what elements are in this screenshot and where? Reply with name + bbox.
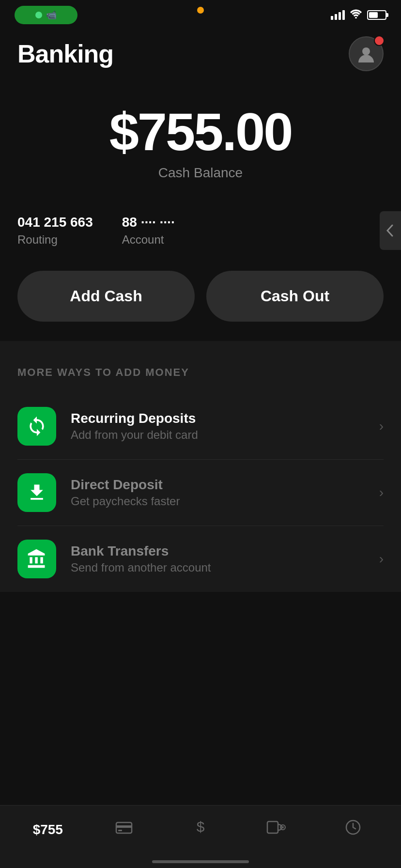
cash-out-button[interactable]: Cash Out — [206, 271, 384, 322]
status-bar: 📹 — [0, 0, 401, 27]
direct-deposit-subtitle: Get paychecks faster — [71, 495, 365, 508]
recurring-deposits-title: Recurring Deposits — [71, 411, 365, 426]
battery-level — [369, 12, 378, 18]
svg-rect-6 — [267, 822, 278, 833]
account-label: Account — [122, 233, 175, 247]
bank-transfers-title: Bank Transfers — [71, 543, 365, 559]
bank-transfers-subtitle: Send from another account — [71, 561, 365, 574]
crypto-icon — [266, 818, 288, 841]
tab-balance[interactable]: $755 — [10, 822, 86, 837]
direct-deposit-text: Direct Deposit Get paychecks faster — [71, 477, 365, 508]
tab-card[interactable] — [86, 818, 163, 841]
add-cash-button[interactable]: Add Cash — [17, 271, 195, 322]
home-indicator — [152, 860, 249, 863]
account-field: 88 ···· ···· Account — [122, 215, 175, 247]
account-value: 88 ···· ···· — [122, 215, 175, 230]
recurring-deposits-subtitle: Add from your debit card — [71, 428, 365, 442]
tab-balance-amount: $755 — [33, 822, 63, 837]
balance-amount: $755.00 — [17, 105, 384, 158]
bank-transfers-text: Bank Transfers Send from another account — [71, 543, 365, 574]
battery-icon — [367, 10, 386, 20]
direct-deposit-item[interactable]: Direct Deposit Get paychecks faster › — [17, 460, 384, 526]
routing-field: 041 215 663 Routing — [17, 215, 93, 247]
bank-icon — [17, 540, 56, 578]
recurring-deposits-text: Recurring Deposits Add from your debit c… — [71, 411, 365, 442]
balance-label: Cash Balance — [17, 165, 384, 181]
direct-deposit-title: Direct Deposit — [71, 477, 365, 493]
activity-icon — [343, 818, 363, 841]
tab-crypto[interactable] — [239, 818, 315, 841]
wifi-icon — [350, 9, 362, 21]
section-label: MORE WAYS TO ADD MONEY — [17, 366, 384, 379]
svg-point-1 — [362, 47, 370, 55]
balance-section: $755.00 Cash Balance — [0, 76, 401, 200]
bank-transfers-chevron: › — [379, 551, 384, 567]
card-icon — [114, 818, 134, 841]
facetime-icon: 📹 — [46, 10, 57, 20]
account-info: 041 215 663 Routing 88 ···· ···· Account — [0, 200, 401, 261]
svg-point-0 — [355, 17, 357, 18]
bottom-tab-bar: $755 $ — [0, 805, 401, 868]
dollar-icon: $ — [191, 818, 210, 841]
svg-rect-3 — [116, 825, 132, 828]
signal-bar-2 — [335, 14, 337, 20]
recurring-deposits-item[interactable]: Recurring Deposits Add from your debit c… — [17, 393, 384, 460]
status-right — [331, 9, 386, 21]
notification-badge — [374, 35, 385, 46]
recurring-icon — [17, 407, 56, 446]
signal-bar-4 — [342, 10, 345, 20]
profile-button[interactable] — [349, 36, 384, 71]
facetime-indicator: 📹 — [15, 6, 77, 24]
direct-deposit-chevron: › — [379, 485, 384, 500]
orange-dot — [197, 7, 204, 14]
header: Banking — [0, 27, 401, 76]
svg-rect-4 — [118, 830, 122, 831]
signal-bar-1 — [331, 16, 333, 20]
page-title: Banking — [17, 39, 113, 68]
more-ways-section: MORE WAYS TO ADD MONEY Recurring Deposit… — [0, 349, 401, 592]
download-icon — [17, 473, 56, 512]
facetime-dot — [35, 12, 42, 18]
signal-bar-3 — [339, 12, 341, 20]
bank-transfers-item[interactable]: Bank Transfers Send from another account… — [17, 526, 384, 592]
status-left: 📹 — [15, 6, 77, 24]
routing-value: 041 215 663 — [17, 215, 93, 230]
routing-label: Routing — [17, 233, 93, 247]
svg-text:$: $ — [197, 819, 205, 835]
tab-dollar[interactable]: $ — [162, 818, 239, 841]
section-divider — [0, 341, 401, 349]
tab-activity[interactable] — [315, 818, 391, 841]
scroll-handle[interactable] — [380, 211, 401, 250]
signal-bars — [331, 10, 345, 20]
recurring-deposits-chevron: › — [379, 418, 384, 434]
action-buttons: Add Cash Cash Out — [0, 261, 401, 341]
